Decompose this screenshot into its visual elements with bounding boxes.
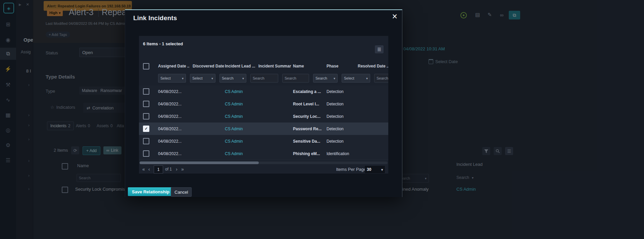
chevron-down-icon: ▾: [211, 77, 213, 80]
cell-incident-lead[interactable]: CS Admin: [225, 89, 258, 94]
filter-phase[interactable]: Search▾: [313, 74, 338, 83]
save-relationship-button[interactable]: Save Relationship: [128, 187, 174, 196]
cell-name: Escalating a ...: [293, 89, 327, 94]
cell-name: Sensitive Da...: [293, 139, 327, 144]
table-filter-row: Select▾ Select▾ Search▾ Search Search Se…: [139, 71, 388, 85]
cell-name: Password Re...: [293, 127, 327, 131]
scrollbar-thumb[interactable]: [140, 161, 259, 164]
col-incident-lead[interactable]: Incident Lead ...: [225, 64, 258, 68]
chevron-down-icon: ▾: [242, 77, 244, 80]
cell-name: Phishing eM...: [293, 151, 327, 156]
items-per-page-label: Items Per Page: [336, 167, 366, 172]
filter-incident-lead[interactable]: Search▾: [219, 74, 246, 83]
table-row[interactable]: 04/08/2022... CS Admin Escalating a ... …: [139, 85, 388, 98]
column-settings-button[interactable]: ☰: [375, 45, 384, 53]
cell-assigned-date: 04/08/2022...: [158, 102, 193, 106]
save-label: Save Relationship: [132, 189, 169, 194]
filter-name-input[interactable]: Search: [282, 74, 309, 83]
select-all-checkbox[interactable]: [143, 63, 149, 69]
page-of-label: of 1: [165, 167, 172, 172]
filter-label: Select: [160, 76, 171, 80]
col-name[interactable]: Name: [293, 64, 327, 68]
row-checkbox[interactable]: [143, 113, 149, 120]
cell-assigned-date: 04/08/2022...: [158, 139, 193, 144]
col-incident-summary[interactable]: Incident Summar: [258, 64, 293, 68]
cell-name: Root Level I...: [293, 102, 327, 106]
items-per-page-select[interactable]: 30 ▾: [365, 166, 385, 173]
page-number-input[interactable]: 1: [154, 165, 163, 174]
pagination-bar: « ‹ 1 of 1 › » Items Per Page 30 ▾: [139, 165, 388, 174]
table-row[interactable]: 04/08/2022... CS Admin Phishing eM... Id…: [139, 147, 388, 160]
cell-incident-lead[interactable]: CS Admin: [225, 114, 258, 119]
table-row[interactable]: 04/08/2022... CS Admin Security Loc... D…: [139, 110, 388, 123]
cancel-label: Cancel: [175, 190, 188, 195]
link-incidents-modal: Link Incidents × 6 Items - 1 selected ☰ …: [125, 9, 402, 197]
row-checkbox[interactable]: [143, 126, 149, 132]
cell-assigned-date: 04/08/2022...: [158, 151, 193, 156]
col-resolved-date[interactable]: Resolved Date ..: [358, 64, 388, 68]
cell-phase: Identification: [327, 151, 358, 156]
filter-label: Search: [222, 76, 234, 80]
cell-phase: Detection: [327, 139, 358, 144]
screen: ◈ ⊞ ◉ ⧉ ⚡ ⚒ ∿ ▦ ◎ ⚙ ☰ ▶ × Ope Assig 8 I …: [0, 0, 644, 239]
first-page-button[interactable]: «: [142, 166, 145, 172]
cell-incident-lead[interactable]: CS Admin: [225, 127, 258, 131]
cell-phase: Detection: [327, 102, 358, 106]
filter-incident-summary-input[interactable]: Search: [250, 74, 278, 83]
cell-name: Security Loc...: [293, 114, 327, 119]
cell-phase: Detection: [327, 127, 358, 131]
horizontal-scrollbar: [140, 161, 388, 164]
cell-incident-lead[interactable]: CS Admin: [225, 151, 258, 156]
prev-page-button[interactable]: ‹: [148, 166, 150, 172]
items-per-page-value: 30: [367, 167, 371, 172]
cell-assigned-date: 04/08/2022...: [158, 114, 193, 119]
search-placeholder: Search: [377, 76, 388, 80]
cell-incident-lead[interactable]: CS Admin: [225, 102, 258, 106]
row-checkbox[interactable]: [143, 101, 149, 107]
chevron-down-icon: ▾: [381, 168, 383, 172]
close-icon[interactable]: ×: [392, 11, 397, 22]
filter-label: Select: [192, 76, 203, 80]
chevron-down-icon: ▾: [366, 77, 368, 80]
table-row-selected[interactable]: 04/08/2022... CS Admin Password Re... De…: [139, 123, 388, 135]
table-row[interactable]: 04/08/2022... CS Admin Sensitive Da... D…: [139, 135, 388, 148]
filter-sender-input[interactable]: Search: [374, 74, 388, 83]
cell-assigned-date: 04/08/2022...: [158, 89, 193, 94]
table-row[interactable]: 04/08/2022... CS Admin Root Level I... D…: [139, 98, 388, 110]
row-checkbox[interactable]: [143, 88, 149, 95]
modal-title: Link Incidents: [133, 14, 177, 22]
row-checkbox[interactable]: [143, 138, 149, 144]
cell-assigned-date: 04/08/2022...: [158, 127, 193, 131]
incidents-grid-panel: 6 Items - 1 selected ☰ Assigned Date .. …: [139, 36, 388, 174]
col-assigned-date[interactable]: Assigned Date ..: [158, 64, 193, 68]
cell-phase: Detection: [327, 89, 358, 94]
filter-assigned-date[interactable]: Select▾: [158, 74, 186, 83]
filter-discovered-date[interactable]: Select▾: [190, 74, 215, 83]
search-placeholder: Search: [285, 76, 296, 80]
selection-summary: 6 Items - 1 selected: [143, 41, 183, 46]
filter-label: Select: [344, 76, 354, 80]
row-checkbox[interactable]: [143, 150, 149, 157]
chevron-down-icon: ▾: [182, 77, 184, 80]
table-header-row: Assigned Date .. Discovered Date Inciden…: [139, 61, 388, 71]
menu-icon: ☰: [377, 47, 381, 52]
filter-resolved-date[interactable]: Select▾: [342, 74, 370, 83]
chevron-down-icon: ▾: [334, 77, 335, 80]
col-phase[interactable]: Phase: [327, 64, 358, 68]
last-page-button[interactable]: »: [181, 166, 184, 172]
cell-incident-lead[interactable]: CS Admin: [225, 139, 258, 144]
filter-label: Search: [315, 76, 327, 80]
search-placeholder: Search: [253, 76, 264, 80]
next-page-button[interactable]: ›: [176, 166, 178, 172]
cell-phase: Detection: [327, 114, 358, 119]
col-discovered-date[interactable]: Discovered Date: [193, 64, 225, 68]
cancel-button[interactable]: Cancel: [171, 187, 192, 197]
